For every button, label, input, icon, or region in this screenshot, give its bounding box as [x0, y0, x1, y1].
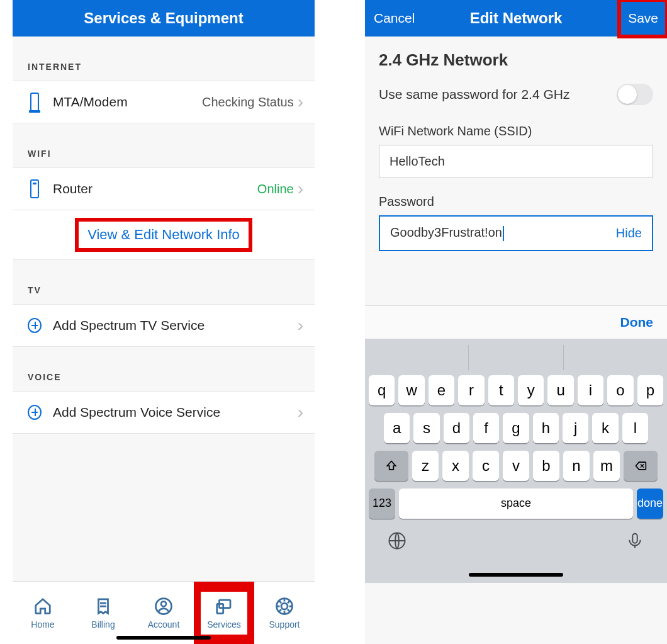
ssid-input[interactable]: HelloTech [379, 145, 653, 178]
hide-password-button[interactable]: Hide [616, 226, 642, 240]
section-header-internet: INTERNET [13, 37, 315, 81]
home-icon [33, 597, 52, 616]
voice-label: Add Spectrum Voice Service [53, 405, 294, 420]
same-password-toggle[interactable] [617, 84, 653, 105]
tab-home[interactable]: Home [13, 582, 73, 644]
chevron-right-icon: › [298, 93, 303, 111]
key-c[interactable]: c [473, 451, 499, 481]
toggle-label: Use same password for 2.4 GHz [379, 87, 617, 102]
keyboard-row-3: zxcvbnm [369, 451, 663, 481]
ssid-label: WiFi Network Name (SSID) [379, 124, 653, 138]
key-i[interactable]: i [578, 375, 603, 405]
services-equipment-screen: Services & Equipment INTERNET MTA/Modem … [13, 0, 315, 644]
router-label: Router [53, 181, 257, 196]
billing-icon [94, 597, 113, 616]
key-t[interactable]: t [488, 375, 514, 405]
key-h[interactable]: h [533, 413, 559, 443]
mic-key[interactable] [625, 531, 644, 553]
key-f[interactable]: f [473, 413, 499, 443]
key-l[interactable]: l [622, 413, 648, 443]
plus-icon [28, 402, 42, 423]
chevron-right-icon: › [298, 317, 303, 334]
section-header-tv: TV [13, 260, 315, 304]
key-e[interactable]: e [429, 375, 454, 405]
home-indicator[interactable] [469, 573, 563, 577]
numbers-key[interactable]: 123 [369, 489, 395, 519]
section-header-voice: VOICE [13, 347, 315, 391]
tab-billing[interactable]: Billing [73, 582, 133, 644]
chevron-right-icon: › [298, 180, 303, 198]
key-v[interactable]: v [503, 451, 529, 481]
key-g[interactable]: g [503, 413, 529, 443]
tab-account[interactable]: Account [133, 582, 194, 644]
key-k[interactable]: k [592, 413, 618, 443]
tab-label: Account [148, 619, 180, 630]
view-edit-network-link[interactable]: View & Edit Network Info [79, 222, 249, 248]
space-key[interactable]: space [399, 489, 633, 519]
account-icon [154, 597, 173, 616]
key-p[interactable]: p [637, 375, 663, 405]
password-value: Goodby3Frustrat!on [390, 225, 616, 241]
section-title: 2.4 GHz Network [379, 50, 653, 70]
key-s[interactable]: s [413, 413, 439, 443]
key-a[interactable]: a [384, 413, 410, 443]
keyboard: qwertyuiop asdfghjkl zxcvbnm 123 space d… [365, 339, 667, 583]
tab-support[interactable]: Support [254, 582, 315, 644]
key-r[interactable]: r [458, 375, 484, 405]
svg-rect-7 [632, 533, 637, 543]
key-m[interactable]: m [593, 451, 620, 481]
ssid-value: HelloTech [390, 154, 445, 168]
network-info-row: View & Edit Network Info [13, 210, 315, 260]
add-tv-row[interactable]: Add Spectrum TV Service › [13, 304, 315, 347]
keyboard-accessory: Done [365, 305, 667, 339]
modem-status: Checking Status [202, 95, 294, 110]
key-j[interactable]: j [563, 413, 588, 443]
shift-key[interactable] [374, 451, 408, 481]
header-bar: Cancel Edit Network Save [365, 0, 667, 37]
key-o[interactable]: o [607, 375, 633, 405]
header-bar: Services & Equipment [13, 0, 315, 37]
password-input[interactable]: Goodby3Frustrat!on Hide [379, 215, 653, 251]
keyboard-row-2: asdfghjkl [369, 413, 663, 443]
key-u[interactable]: u [547, 375, 573, 405]
section-header-wifi: WIFI [13, 123, 315, 167]
link-label: View & Edit Network Info [87, 227, 240, 242]
home-indicator[interactable] [116, 636, 211, 640]
done-key[interactable]: done [637, 489, 663, 519]
key-z[interactable]: z [412, 451, 439, 481]
tab-services[interactable]: Services [194, 582, 254, 644]
router-status: Online [257, 182, 294, 196]
tab-label: Services [207, 619, 241, 630]
svg-point-5 [281, 603, 288, 609]
password-label: Password [379, 195, 653, 209]
router-row[interactable]: Router Online › [13, 167, 315, 210]
backspace-key[interactable] [624, 451, 658, 481]
add-voice-row[interactable]: Add Spectrum Voice Service › [13, 391, 315, 434]
done-accessory-button[interactable]: Done [620, 315, 654, 329]
services-icon [215, 597, 233, 616]
keyboard-row-1: qwertyuiop [369, 375, 663, 405]
key-n[interactable]: n [563, 451, 590, 481]
key-x[interactable]: x [442, 451, 469, 481]
router-icon [28, 178, 42, 200]
form-content: 2.4 GHz Network Use same password for 2.… [365, 37, 667, 268]
modem-label: MTA/Modem [53, 94, 202, 110]
key-w[interactable]: w [398, 375, 424, 405]
save-button[interactable]: Save [619, 0, 667, 37]
modem-row[interactable]: MTA/Modem Checking Status › [13, 81, 315, 123]
page-title: Services & Equipment [84, 9, 243, 27]
tv-label: Add Spectrum TV Service [53, 318, 294, 333]
plus-icon [28, 315, 42, 336]
support-icon [275, 597, 294, 616]
key-b[interactable]: b [533, 451, 559, 481]
cancel-button[interactable]: Cancel [365, 0, 423, 37]
key-y[interactable]: y [518, 375, 544, 405]
tab-bar: Home Billing Account Services Support [13, 581, 315, 644]
tab-label: Support [269, 619, 300, 630]
key-q[interactable]: q [369, 375, 395, 405]
tab-label: Billing [91, 619, 115, 630]
key-d[interactable]: d [444, 413, 469, 443]
globe-key[interactable] [388, 531, 406, 553]
keyboard-row-4: 123 space done [369, 489, 663, 519]
suggestion-bar [369, 345, 663, 375]
